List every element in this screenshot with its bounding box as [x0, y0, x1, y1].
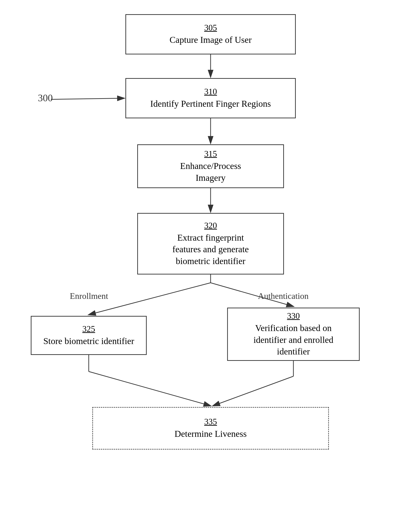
authentication-label: Authentication [258, 291, 308, 301]
box-310-number: 310 [204, 87, 217, 97]
box-335-text: Determine Liveness [175, 428, 247, 440]
box-320-number: 320 [204, 220, 217, 230]
enrollment-label: Enrollment [70, 291, 108, 301]
box-330: 330 Verification based onidentifier and … [227, 308, 360, 361]
box-325-number: 325 [82, 324, 95, 334]
box-335-number: 335 [204, 417, 217, 427]
box-325: 325 Store biometric identifier [31, 316, 147, 355]
box-315-text: Enhance/ProcessImagery [180, 160, 241, 184]
label-300: 300 [38, 92, 53, 104]
box-305: 305 Capture Image of User [125, 14, 296, 54]
box-305-number: 305 [204, 23, 217, 33]
box-315: 315 Enhance/ProcessImagery [137, 144, 284, 188]
box-310-text: Identify Pertinent Finger Regions [150, 98, 271, 110]
diagram-container: 300 305 Capture Image of User 310 Identi… [0, 0, 420, 513]
svg-line-11 [213, 376, 293, 406]
box-320-text: Extract fingerprintfeatures and generate… [172, 232, 249, 267]
svg-line-9 [89, 371, 210, 406]
box-330-text: Verification based onidentifier and enro… [253, 322, 333, 357]
box-325-text: Store biometric identifier [43, 335, 134, 347]
box-320: 320 Extract fingerprintfeatures and gene… [137, 213, 284, 274]
svg-line-12 [51, 98, 124, 99]
box-305-text: Capture Image of User [169, 34, 252, 46]
box-335: 335 Determine Liveness [92, 407, 329, 450]
box-315-number: 315 [204, 149, 217, 159]
box-330-number: 330 [287, 311, 300, 321]
box-310: 310 Identify Pertinent Finger Regions [125, 78, 296, 118]
